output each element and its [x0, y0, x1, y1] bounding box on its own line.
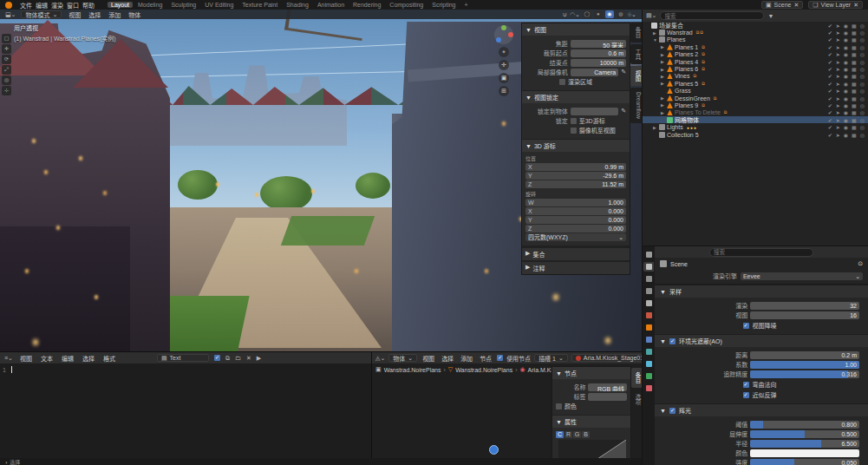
- curve-channel-button[interactable]: G: [573, 431, 581, 438]
- material-datablock[interactable]: Aria.M.Kiosk_Stage01 ✕: [571, 354, 642, 362]
- rotation-mode-dropdown[interactable]: 四元数(WXYZ)⌄: [525, 233, 626, 241]
- properties-search-input[interactable]: [709, 248, 813, 257]
- close-icon[interactable]: ✕: [793, 2, 799, 9]
- value-slider[interactable]: 1.00: [750, 361, 859, 369]
- outliner-item-label[interactable]: 网格物体: [675, 115, 699, 124]
- exclude-checkbox-icon[interactable]: ✔: [828, 36, 832, 43]
- axis-value-field[interactable]: X0.000: [525, 207, 626, 215]
- render-disable-icon[interactable]: ◎: [860, 95, 865, 102]
- value-slider[interactable]: 6.500: [750, 440, 859, 448]
- properties-tab[interactable]: [643, 298, 654, 308]
- tool-button[interactable]: ⤢: [2, 65, 11, 75]
- selectable-icon[interactable]: ➤: [836, 102, 840, 108]
- editor-type-icon[interactable]: ⬓⌄: [5, 11, 16, 18]
- editor-type-icon[interactable]: ≡⌄: [4, 355, 13, 362]
- value-field[interactable]: 0.6 m: [571, 49, 626, 57]
- outliner-item-label[interactable]: Vines: [675, 73, 689, 79]
- hide-eye-icon[interactable]: ◉: [844, 81, 848, 87]
- viewport-disable-icon[interactable]: ▦: [852, 88, 857, 94]
- run-script-icon[interactable]: ▶: [257, 355, 261, 362]
- pin-icon[interactable]: ⊙: [858, 260, 863, 267]
- hide-eye-icon[interactable]: ◉: [844, 124, 848, 130]
- outliner-row[interactable]: ▶ Planes 6 ⧉ ✔ ➤ ◉ ▦ ◎: [643, 65, 868, 72]
- text-menu-item[interactable]: 文本: [39, 354, 55, 363]
- unlink-icon[interactable]: ✕: [246, 355, 251, 362]
- outliner-row[interactable]: ▶ Planes 5 ⧉ ✔ ➤ ◉ ▦ ◎: [643, 80, 868, 87]
- collections-panel-header[interactable]: ▶ 集合: [522, 248, 630, 260]
- viewport-disable-icon[interactable]: ▦: [852, 66, 857, 72]
- view-panel-header[interactable]: ▼ 视图: [522, 23, 630, 36]
- outliner-row[interactable]: ▶ Lights ●●● ✔ ➤ ◉ ▦ ◎: [643, 123, 868, 130]
- ortho-toggle-icon[interactable]: ⊞: [499, 86, 509, 96]
- pan-gizmo-icon[interactable]: ✛: [499, 60, 509, 70]
- mode-dropdown[interactable]: 物体模式 ⌄: [21, 10, 62, 18]
- text-menu-item[interactable]: 选择: [81, 354, 96, 363]
- exclude-checkbox-icon[interactable]: ✔: [828, 29, 832, 36]
- outliner-row[interactable]: ▶ Vines ⧉ ✔ ➤ ◉ ▦ ◎: [643, 73, 868, 80]
- expand-caret[interactable]: ▶: [653, 125, 659, 130]
- visibility-toggles[interactable]: ✔ ➤ ◉ ▦ ◎: [828, 109, 868, 115]
- selectable-icon[interactable]: ➤: [836, 117, 840, 123]
- exclude-checkbox-icon[interactable]: ✔: [828, 102, 832, 108]
- visibility-toggles[interactable]: ✔ ➤ ◉ ▦ ◎: [828, 132, 868, 138]
- breadcrumb-object[interactable]: Wanstrad.NoirePlans: [384, 367, 441, 373]
- tool-button[interactable]: ▢: [2, 34, 11, 43]
- render-disable-icon[interactable]: ◎: [860, 51, 865, 57]
- use-nodes-checkbox[interactable]: [497, 355, 503, 361]
- viewport-menu-item[interactable]: 视图: [67, 10, 82, 19]
- outliner-row[interactable]: ▶ Planes 4 ⧉ ✔ ➤ ◉ ▦ ◎: [643, 58, 868, 65]
- text-editor[interactable]: ≡⌄ 视图文本编辑选择格式 ▤ Text ⧉ 🗀 ✕ ▶ 1: [0, 351, 371, 458]
- outliner-item-label[interactable]: Planes 2: [675, 51, 698, 57]
- hide-eye-icon[interactable]: ◉: [844, 117, 848, 123]
- workspace-tab[interactable]: Shading: [283, 2, 312, 8]
- 3d-viewport[interactable]: ⬓⌄ 物体模式 ⌄ 视图选择添加物体 ∪ ◠⌄ ◯ ● ◉ ◍ ⌾⌄ 用户透视 …: [0, 10, 642, 351]
- selectable-icon[interactable]: ➤: [836, 29, 840, 36]
- annotations-panel-header[interactable]: ▶ 注释: [522, 262, 630, 274]
- value-slider[interactable]: 0.316: [750, 370, 859, 378]
- blender-logo-icon[interactable]: [5, 2, 12, 9]
- value-slider[interactable]: 0.050: [750, 459, 859, 465]
- editor-type-icon[interactable]: ◬⌄: [375, 355, 385, 362]
- proportional-edit-icon[interactable]: ◠⌄: [570, 11, 580, 18]
- outliner-row[interactable]: 网格物体 ✔ ➤ ◉ ▦ ◎: [643, 116, 868, 123]
- value-slider[interactable]: [750, 449, 859, 457]
- visibility-toggles[interactable]: ✔ ➤ ◉ ▦ ◎: [828, 117, 868, 123]
- render-disable-icon[interactable]: ◎: [860, 81, 865, 87]
- outliner-row[interactable]: ▼ Planes ✔ ➤ ◉ ▦ ◎: [643, 36, 868, 43]
- eyedropper-icon[interactable]: ✎: [621, 108, 626, 115]
- overlays-icon[interactable]: ⌾⌄: [628, 11, 636, 18]
- expand-caret[interactable]: ▶: [661, 59, 667, 64]
- outliner-row[interactable]: ▶ DessinGreen ⧉ ✔ ➤ ◉ ▦ ◎: [643, 95, 868, 102]
- bounces-approx-checkbox[interactable]: [743, 392, 749, 398]
- expand-caret[interactable]: ▶: [653, 30, 659, 36]
- expand-caret[interactable]: ▶: [661, 95, 667, 101]
- shader-menu-item[interactable]: 节点: [478, 354, 493, 363]
- value-field[interactable]: 50 毫米: [571, 40, 626, 48]
- display-mode-icon[interactable]: ▤⌄: [646, 12, 656, 19]
- copy-icon[interactable]: ⧉: [225, 355, 230, 362]
- shader-menu-item[interactable]: 添加: [459, 354, 474, 363]
- expand-caret[interactable]: ▶: [661, 74, 667, 79]
- outliner-search-input[interactable]: [660, 11, 764, 20]
- slot-dropdown[interactable]: 插槽 1⌄: [534, 354, 568, 362]
- viewport-menu-item[interactable]: 物体: [127, 10, 142, 19]
- axis-value-field[interactable]: W1.000: [525, 199, 626, 206]
- exclude-checkbox-icon[interactable]: ✔: [828, 23, 832, 29]
- scene-selector[interactable]: ▣ Scene ✕: [761, 1, 803, 9]
- render-disable-icon[interactable]: ◎: [860, 29, 865, 36]
- visibility-toggles[interactable]: ✔ ➤ ◉ ▦ ◎: [828, 51, 868, 57]
- properties-tab[interactable]: [643, 323, 654, 332]
- zoom-gizmo-icon[interactable]: ⌖: [499, 47, 509, 57]
- ao-enable-checkbox[interactable]: [669, 338, 675, 344]
- axis-x-dot[interactable]: [508, 32, 513, 37]
- outliner-item-label[interactable]: Grass: [675, 88, 691, 94]
- hide-eye-icon[interactable]: ◉: [844, 102, 848, 108]
- bloom-enable-checkbox[interactable]: [669, 408, 675, 414]
- tool-button[interactable]: ✛: [2, 44, 11, 54]
- camera-picker[interactable]: Camera: [571, 69, 618, 76]
- workspace-tab[interactable]: Layout: [108, 2, 133, 8]
- render-disable-icon[interactable]: ◎: [860, 59, 865, 65]
- viewport-disable-icon[interactable]: ▦: [852, 23, 857, 29]
- hide-eye-icon[interactable]: ◉: [844, 44, 848, 50]
- render-disable-icon[interactable]: ◎: [860, 117, 865, 123]
